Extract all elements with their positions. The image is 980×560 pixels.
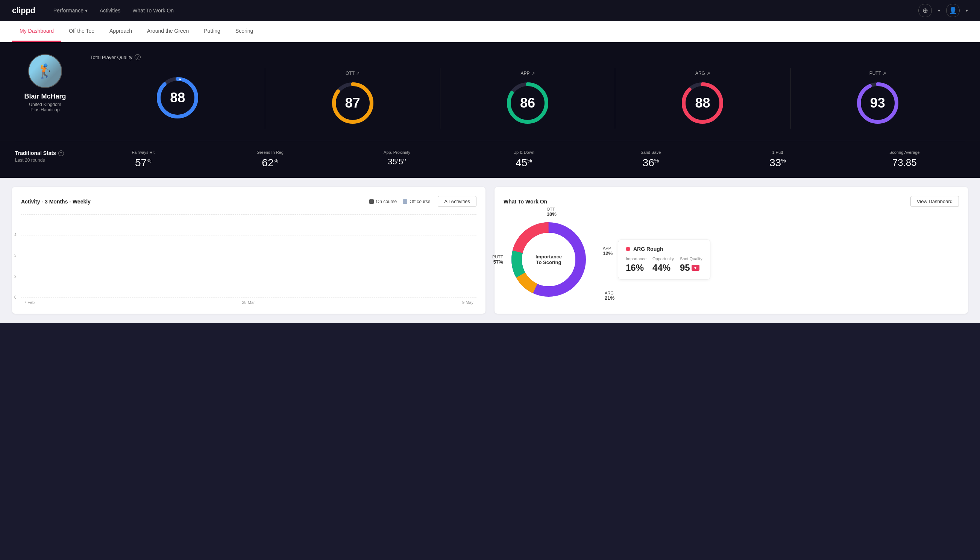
- stat-greens-value: 62%: [210, 157, 330, 169]
- x-axis: 7 Feb 28 Mar 9 May: [21, 298, 476, 305]
- ring-overall: 88: [155, 75, 200, 120]
- shot-quality-badge: ▼: [692, 265, 699, 271]
- gauges: 88 OTT ↗ 87 AP: [90, 68, 965, 128]
- detail-opportunity-value: 44%: [652, 263, 674, 273]
- player-name: Blair McHarg: [24, 93, 66, 100]
- legend-oncourse: On course: [369, 199, 397, 204]
- stat-updown-label: Up & Down: [463, 150, 584, 155]
- arg-score: 88: [695, 95, 710, 111]
- ring-ott: 87: [330, 80, 375, 126]
- detail-importance-value: 16%: [626, 263, 646, 273]
- work-on-card: What To Work On View Dashboard: [494, 187, 968, 314]
- stat-updown: Up & Down 45%: [463, 150, 584, 169]
- activity-card-header: Activity - 3 Months - Weekly On course O…: [21, 196, 476, 207]
- bars-container: [21, 214, 476, 298]
- offcourse-dot: [403, 199, 407, 204]
- nav-actions: ⊕ ▾ 👤 ▾: [918, 4, 968, 17]
- tab-scoring[interactable]: Scoring: [228, 21, 261, 42]
- app-arrow: ↗: [531, 71, 535, 76]
- nav-links: Performance ▾ Activities What To Work On: [53, 8, 918, 13]
- stat-proximity-value: 35'5": [336, 157, 457, 167]
- tab-my-dashboard[interactable]: My Dashboard: [12, 21, 61, 42]
- avatar: 🏌️: [28, 54, 62, 88]
- player-info: 🏌️ Blair McHarg United Kingdom Plus Hand…: [15, 54, 75, 112]
- activity-legend: On course Off course: [369, 199, 431, 204]
- nav-what-to-work-on[interactable]: What To Work On: [132, 8, 174, 13]
- stats-help-icon[interactable]: ?: [58, 150, 64, 156]
- sub-nav: My Dashboard Off the Tee Approach Around…: [0, 21, 980, 42]
- quality-section: Total Player Quality ? 88 OTT: [90, 54, 965, 128]
- stat-oneputt-label: 1 Putt: [717, 150, 838, 155]
- ring-app: 86: [505, 80, 550, 126]
- quality-label: Total Player Quality ?: [90, 54, 965, 60]
- tab-around-the-green[interactable]: Around the Green: [140, 21, 196, 42]
- donut-label-putt: PUTT 57%: [492, 255, 503, 265]
- stat-updown-value: 45%: [463, 157, 584, 169]
- stats-row: Traditional Stats ? Last 20 rounds Fairw…: [0, 141, 980, 178]
- work-on-title: What To Work On: [504, 198, 547, 205]
- detail-metrics: Importance 16% Opportunity 44% Shot Qual…: [626, 257, 702, 273]
- oncourse-dot: [369, 199, 374, 204]
- stat-proximity-label: App. Proximity: [336, 150, 457, 155]
- bar-chart-grid: 4 3 2 0: [21, 214, 476, 298]
- detail-card: ARG Rough Importance 16% Opportunity 44%: [618, 240, 710, 280]
- nav-performance[interactable]: Performance ▾: [53, 8, 88, 13]
- gauge-arg: ARG ↗ 88: [615, 68, 790, 128]
- user-chevron-icon: ▾: [966, 8, 968, 13]
- help-icon[interactable]: ?: [135, 54, 141, 60]
- donut-wrapper: Importance To Scoring PUTT 57% OTT 10%: [504, 214, 594, 305]
- detail-category-dot: [626, 247, 630, 251]
- activity-card-title: Activity - 3 Months - Weekly: [21, 198, 91, 205]
- view-dashboard-button[interactable]: View Dashboard: [910, 196, 959, 207]
- activity-card: Activity - 3 Months - Weekly On course O…: [12, 187, 486, 314]
- top-nav: clippd Performance ▾ Activities What To …: [0, 0, 980, 21]
- chevron-down-icon: ▾: [85, 8, 88, 13]
- nav-activities[interactable]: Activities: [100, 8, 120, 13]
- tab-approach[interactable]: Approach: [102, 21, 140, 42]
- stat-fairways: Fairways Hit 57%: [83, 150, 203, 169]
- stat-sandsave-value: 36%: [591, 157, 711, 169]
- donut-label-app: APP 12%: [603, 246, 612, 256]
- bar-chart: 4 3 2 0 7 Feb 28 Mar 9 May: [21, 214, 476, 305]
- gauge-arg-label: ARG ↗: [695, 71, 710, 76]
- donut-label-ott: OTT 10%: [547, 207, 557, 217]
- gauge-overall: 88: [90, 68, 265, 128]
- player-country: United Kingdom: [29, 102, 61, 107]
- donut-center: Importance To Scoring: [536, 254, 562, 265]
- ott-score: 87: [345, 95, 360, 111]
- stat-proximity: App. Proximity 35'5": [336, 150, 457, 169]
- player-handicap: Plus Handicap: [30, 107, 60, 112]
- ring-putt: 93: [855, 80, 900, 126]
- arg-arrow: ↗: [707, 71, 710, 76]
- stat-oneputt: 1 Putt 33%: [717, 150, 838, 169]
- hero-section: 🏌️ Blair McHarg United Kingdom Plus Hand…: [0, 42, 980, 141]
- donut-chart-area: Importance To Scoring PUTT 57% OTT 10%: [504, 214, 594, 305]
- add-button[interactable]: ⊕: [918, 4, 932, 17]
- app-score: 86: [520, 95, 535, 111]
- stat-oneputt-value: 33%: [717, 157, 838, 169]
- stats-info: Traditional Stats ? Last 20 rounds: [15, 150, 83, 163]
- overall-score: 88: [170, 90, 185, 106]
- stat-sandsave: Sand Save 36%: [591, 150, 711, 169]
- detail-importance-label: Importance: [626, 257, 646, 261]
- detail-importance: Importance 16%: [626, 257, 646, 273]
- logo-text: clippd: [12, 6, 35, 15]
- tab-putting[interactable]: Putting: [196, 21, 228, 42]
- gauge-app-label: APP ↗: [521, 71, 535, 76]
- putt-score: 93: [870, 95, 885, 111]
- stat-scoring-value: 73.85: [844, 157, 965, 168]
- cards-section: Activity - 3 Months - Weekly On course O…: [0, 178, 980, 323]
- putt-arrow: ↗: [883, 71, 886, 76]
- detail-shot-quality: Shot Quality 95 ▼: [680, 257, 702, 273]
- stats-subtitle: Last 20 rounds: [15, 158, 83, 163]
- stat-scoring: Scoring Average 73.85: [844, 150, 965, 169]
- user-menu-button[interactable]: 👤: [946, 4, 960, 17]
- gauge-app: APP ↗ 86: [440, 68, 615, 128]
- gauge-ott: OTT ↗ 87: [265, 68, 439, 128]
- x-label-3: 9 May: [462, 300, 473, 305]
- stat-fairways-label: Fairways Hit: [83, 150, 203, 155]
- donut-section: Importance To Scoring PUTT 57% OTT 10%: [504, 214, 959, 305]
- tab-off-the-tee[interactable]: Off the Tee: [61, 21, 102, 42]
- gauge-ott-label: OTT ↗: [346, 71, 359, 76]
- all-activities-button[interactable]: All Activities: [438, 196, 476, 207]
